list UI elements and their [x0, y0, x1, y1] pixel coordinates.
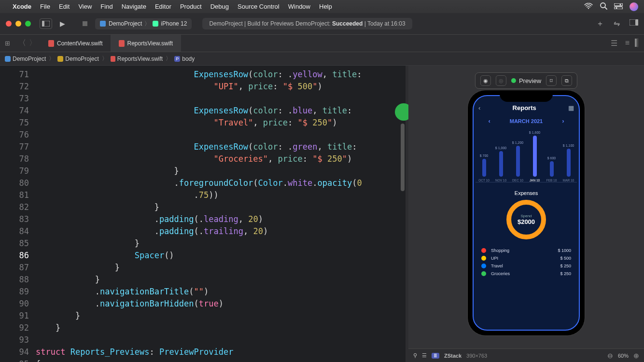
expense-row: Shopping$ 1000 — [481, 248, 571, 253]
tab-contentview[interactable]: ContentView.swift — [41, 35, 111, 52]
canvas-size: 390×763 — [466, 353, 487, 359]
forward-button[interactable]: 〉 — [29, 38, 37, 48]
zoom-in-button[interactable]: ⊕ — [633, 352, 639, 360]
activity-status: DemoProject | Build for Previews DemoPro… — [202, 18, 412, 29]
code-review-button[interactable]: ⇋ — [614, 19, 620, 29]
menu-editor[interactable]: Editor — [155, 3, 171, 10]
swift-file-icon — [48, 40, 54, 47]
menu-debug[interactable]: Debug — [210, 3, 229, 10]
editor-scrollbar[interactable] — [401, 124, 405, 191]
device-settings-button[interactable]: ⌑ — [546, 75, 557, 86]
menu-window[interactable]: Window — [288, 3, 310, 10]
svg-point-0 — [588, 8, 589, 9]
jump-bar[interactable]: DemoProject 〉 DemoProject 〉 ReportsView.… — [0, 52, 644, 66]
variants-button[interactable]: ◎ — [496, 75, 506, 86]
menu-find[interactable]: Find — [100, 3, 112, 10]
main-split: 7172737475767778798081828384858687888990… — [0, 66, 644, 362]
svg-point-4 — [619, 4, 621, 5]
app-screen: ‹ Reports ▦ ‹ MARCH 2021 › $ 700OCT 10$ … — [473, 95, 580, 331]
month-label: MARCH 2021 — [510, 118, 543, 124]
ring-label: Spend — [520, 214, 532, 218]
spotlight-icon[interactable] — [600, 2, 607, 11]
menu-edit[interactable]: Edit — [59, 3, 70, 10]
control-center-icon[interactable] — [614, 2, 623, 11]
code-area[interactable]: ExpensesRow(color: .yellow, title: "UPI"… — [36, 69, 406, 362]
notch — [500, 90, 553, 102]
calendar-icon[interactable]: ▦ — [568, 104, 574, 111]
app-menu[interactable]: Xcode — [13, 3, 31, 10]
editor-tabs: ⊞ 〈 〉 ContentView.swift ReportsView.swif… — [0, 35, 644, 52]
zoom-out-button[interactable]: ⊖ — [607, 352, 613, 360]
related-items-icon[interactable]: ⊞ — [0, 40, 14, 47]
expense-row: Travel$ 250 — [481, 264, 571, 268]
wifi-icon[interactable] — [584, 2, 593, 11]
duplicate-preview-button[interactable]: ⧉ — [561, 75, 572, 86]
app-title: Reports — [513, 104, 536, 111]
tab-reportsview[interactable]: ReportsView.swift — [111, 35, 181, 52]
device-preview[interactable]: ‹ Reports ▦ ‹ MARCH 2021 › $ 700OCT 10$ … — [467, 90, 585, 336]
adjust-editor-icon[interactable]: ≡ — [625, 39, 630, 48]
run-button[interactable]: ▶ — [60, 20, 65, 28]
svg-rect-10 — [635, 19, 638, 26]
swift-file-icon — [111, 56, 115, 62]
add-button[interactable]: ＋ — [596, 19, 604, 29]
selected-view-icon: ≣ — [432, 353, 439, 359]
canvas-footer: ⚲ ☰ ≣ ZStack 390×763 ⊖ 60% ⊕ — [408, 348, 644, 362]
back-chevron-icon[interactable]: ‹ — [478, 104, 480, 111]
live-preview-button[interactable]: ◉ — [480, 75, 491, 86]
stop-button[interactable] — [83, 21, 87, 26]
preview-canvas: ◉ ◎ Preview ⌑ ⧉ ‹ Reports ▦ ‹ MARCH — [408, 66, 644, 362]
folder-icon — [57, 56, 63, 62]
month-selector: ‹ MARCH 2021 › — [474, 117, 579, 125]
svg-rect-3 — [614, 3, 623, 6]
menu-source-control[interactable]: Source Control — [238, 3, 280, 10]
xcode-window: ▶ DemoProject 〉 iPhone 12 DemoProject | … — [0, 13, 644, 362]
menu-help[interactable]: Help — [319, 3, 332, 10]
scheme-device: iPhone 12 — [161, 20, 187, 27]
device-icon — [153, 21, 158, 27]
swift-file-icon — [119, 40, 125, 47]
code-editor[interactable]: 7172737475767778798081828384858687888990… — [0, 66, 406, 362]
line-gutter: 7172737475767778798081828384858687888990… — [0, 66, 34, 362]
menubar-status-icons — [584, 2, 638, 11]
window-minimize-button[interactable] — [15, 21, 21, 27]
back-button[interactable]: 〈 — [18, 38, 26, 48]
adjust-icon[interactable]: ☰ — [422, 352, 427, 359]
window-close-button[interactable] — [6, 21, 12, 27]
menu-file[interactable]: File — [40, 3, 50, 10]
next-month-button[interactable]: › — [562, 117, 564, 125]
traffic-lights — [6, 21, 31, 27]
prev-month-button[interactable]: ‹ — [488, 117, 490, 125]
toggle-navigator-button[interactable] — [40, 18, 52, 29]
preview-status-icon — [511, 78, 516, 83]
add-editor-icon[interactable] — [637, 39, 638, 48]
expenses-header: Expenses — [474, 190, 579, 196]
scheme-selector[interactable]: DemoProject 〉 iPhone 12 — [95, 18, 192, 29]
spend-ring: Spend $2000 — [506, 200, 546, 239]
expense-row: Groceries$ 250 — [481, 271, 571, 276]
pin-icon[interactable]: ⚲ — [413, 352, 417, 359]
scheme-icon — [100, 21, 106, 27]
canvas-toolbar: ◉ ◎ Preview ⌑ ⧉ — [475, 72, 577, 89]
bar-chart: $ 700OCT 10$ 1,000NOV 10$ 1,200DEC 10$ 1… — [476, 129, 577, 182]
project-icon — [5, 56, 11, 62]
toolbar-right: ＋ ⇋ — [596, 19, 638, 29]
svg-rect-8 — [42, 21, 44, 27]
menu-view[interactable]: View — [78, 3, 92, 10]
user-icon[interactable] — [630, 2, 638, 11]
minimap-icon[interactable]: ☰ — [611, 39, 617, 48]
expense-list: Shopping$ 1000UPI$ 500Travel$ 250Groceri… — [474, 243, 579, 281]
expense-row: UPI$ 500 — [481, 256, 571, 261]
titlebar: ▶ DemoProject 〉 iPhone 12 DemoProject | … — [0, 13, 644, 35]
menu-product[interactable]: Product — [180, 3, 202, 10]
property-icon: P — [174, 56, 180, 62]
svg-rect-5 — [614, 7, 623, 9]
menu-navigate[interactable]: Navigate — [122, 3, 146, 10]
macos-menubar: Xcode File Edit View Find Navigate Edito… — [0, 0, 644, 13]
svg-point-6 — [616, 7, 617, 9]
window-zoom-button[interactable] — [25, 21, 31, 27]
preview-label[interactable]: Preview — [511, 77, 541, 84]
selected-view-label: ZStack — [444, 353, 462, 359]
toggle-inspector-button[interactable] — [630, 19, 638, 29]
svg-line-2 — [605, 7, 607, 9]
